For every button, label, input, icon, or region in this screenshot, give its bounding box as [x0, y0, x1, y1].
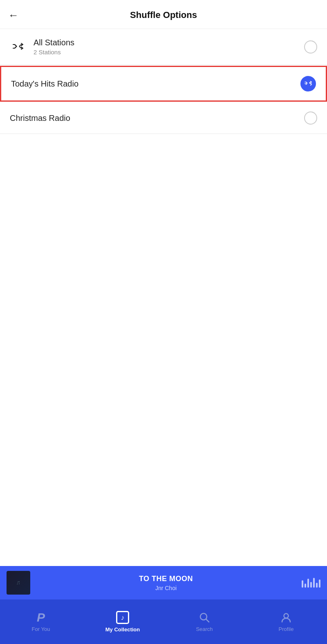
shuffle-icon-all-stations [10, 39, 26, 55]
todays-hits-left: Today's Hits Radio [11, 79, 78, 89]
nav-item-my-collection[interactable]: ♪ My Collection [82, 599, 164, 644]
nav-item-profile[interactable]: Profile [245, 599, 327, 644]
svg-line-3 [206, 619, 209, 622]
now-playing-artist: Jnr Choi [35, 585, 297, 591]
profile-icon [280, 611, 292, 624]
list-area: All Stations 2 Stations Today's Hits Rad… [0, 29, 327, 566]
my-collection-icon: ♪ [116, 611, 129, 624]
now-playing-bar[interactable]: 🎵 TO THE MOON Jnr Choi [0, 566, 327, 599]
eq-bar [302, 580, 303, 588]
eq-bar [319, 579, 320, 588]
all-stations-title: All Stations [34, 38, 74, 47]
all-stations-subtitle: 2 Stations [34, 49, 74, 56]
todays-hits-title: Today's Hits Radio [11, 79, 78, 89]
todays-hits-radio[interactable] [300, 76, 316, 91]
christmas-radio-text: Christmas Radio [10, 114, 70, 123]
thumbnail-inner: 🎵 [7, 571, 30, 595]
todays-hits-text: Today's Hits Radio [11, 79, 78, 89]
now-playing-title: TO THE MOON [35, 575, 297, 583]
eq-bar [305, 584, 306, 588]
christmas-radio-radio[interactable] [304, 111, 317, 125]
all-stations-text: All Stations 2 Stations [34, 38, 74, 56]
christmas-radio-left: Christmas Radio [10, 114, 70, 123]
eq-bar [313, 578, 315, 588]
profile-label: Profile [279, 626, 294, 632]
bottom-nav: P For You ♪ My Collection Search Profile [0, 599, 327, 644]
for-you-icon: P [37, 611, 45, 624]
search-icon [198, 611, 211, 624]
list-item-all-stations[interactable]: All Stations 2 Stations [0, 29, 327, 65]
thumbnail-text: 🎵 [16, 581, 20, 585]
svg-line-0 [306, 82, 307, 83]
now-playing-info: TO THE MOON Jnr Choi [30, 575, 302, 591]
nav-item-for-you[interactable]: P For You [0, 599, 82, 644]
nav-item-search[interactable]: Search [164, 599, 245, 644]
eq-bar [316, 583, 318, 588]
list-item-christmas-radio[interactable]: Christmas Radio [0, 103, 327, 134]
for-you-label: For You [32, 626, 50, 632]
back-button[interactable]: ← [8, 10, 19, 20]
eq-bar [307, 579, 309, 588]
equalizer-icon [302, 578, 320, 588]
page-title: Shuffle Options [130, 10, 197, 20]
list-item-left: All Stations 2 Stations [10, 38, 74, 56]
now-playing-thumbnail: 🎵 [7, 571, 30, 595]
svg-point-4 [284, 614, 289, 618]
all-stations-radio[interactable] [304, 40, 317, 53]
christmas-radio-title: Christmas Radio [10, 114, 70, 123]
list-item-todays-hits[interactable]: Today's Hits Radio [0, 66, 327, 102]
search-label: Search [196, 626, 213, 632]
eq-bar [310, 582, 312, 588]
my-collection-label: My Collection [105, 626, 140, 633]
header: ← Shuffle Options [0, 0, 327, 29]
